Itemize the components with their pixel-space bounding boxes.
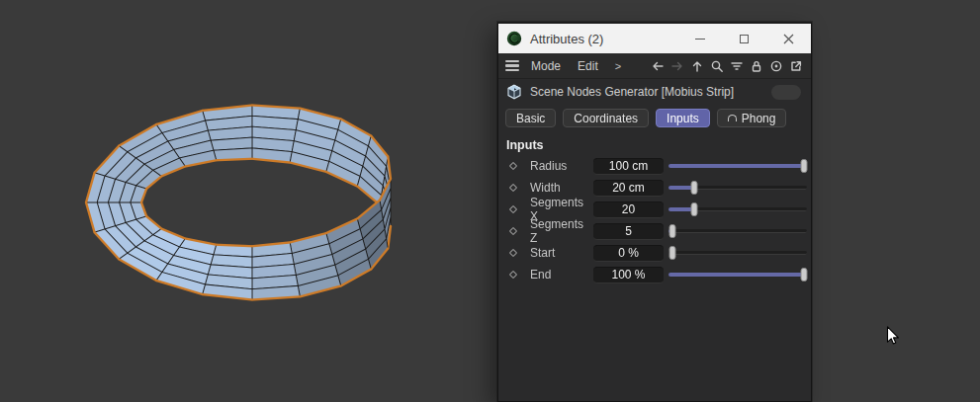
tab-bar: BasicCoordinatesInputsPhong	[498, 105, 811, 129]
app-icon	[506, 31, 522, 46]
slider-track[interactable]	[668, 251, 807, 255]
param-slider[interactable]	[668, 201, 807, 217]
parameter-list: Radius100 cmWidth20 cmSegments X20Segmen…	[498, 155, 811, 285]
tab-label: Coordinates	[574, 112, 638, 125]
menu-edit[interactable]: Edit	[578, 59, 598, 73]
param-row-end: End100 %	[498, 264, 811, 285]
hamburger-menu-icon[interactable]	[505, 60, 519, 72]
slider-fill	[668, 273, 805, 277]
slider-knob[interactable]	[800, 159, 807, 173]
node-enable-toggle[interactable]	[771, 85, 801, 100]
lock-icon[interactable]	[748, 57, 764, 75]
node-title: Scene Nodes Generator [Mobius Strip]	[530, 85, 771, 99]
param-slider[interactable]	[668, 223, 807, 239]
desktop: Attributes (2) Mode Edit > Sc	[0, 0, 980, 402]
window-controls	[677, 24, 811, 53]
attribute-toolbar: Mode Edit >	[498, 53, 811, 79]
nav-icon-group	[649, 57, 804, 75]
param-label: Width	[530, 181, 593, 195]
slider-knob[interactable]	[690, 181, 697, 195]
section-title: Inputs	[498, 129, 811, 155]
slider-knob[interactable]	[690, 202, 697, 216]
animate-diamond-icon[interactable]	[509, 249, 517, 257]
param-row-radius: Radius100 cm	[498, 155, 811, 177]
slider-fill	[668, 164, 805, 168]
param-value-field[interactable]: 5	[593, 223, 664, 240]
param-label: Segments Z	[530, 217, 593, 245]
param-slider[interactable]	[668, 267, 807, 282]
param-value-field[interactable]: 0 %	[593, 245, 664, 262]
filter-icon[interactable]	[728, 57, 745, 75]
tab-label: Phong	[742, 112, 776, 125]
param-label: Start	[530, 246, 593, 260]
generator-cube-icon	[506, 84, 522, 100]
mouse-cursor-icon	[886, 326, 901, 348]
maximize-icon[interactable]	[722, 24, 766, 53]
tab-basic[interactable]: Basic	[505, 109, 556, 127]
animate-diamond-icon[interactable]	[509, 205, 517, 213]
target-icon[interactable]	[767, 57, 784, 75]
window-titlebar[interactable]: Attributes (2)	[498, 24, 811, 53]
param-row-start: Start0 %	[498, 242, 811, 264]
search-icon[interactable]	[708, 57, 725, 75]
param-value-field[interactable]: 20 cm	[593, 180, 664, 197]
param-label: Radius	[530, 159, 593, 173]
window-title: Attributes (2)	[530, 32, 677, 46]
menu-mode[interactable]: Mode	[531, 59, 561, 73]
up-icon[interactable]	[688, 57, 705, 75]
param-value-field[interactable]: 100 cm	[593, 158, 664, 175]
param-slider[interactable]	[668, 245, 807, 261]
param-value-field[interactable]: 100 %	[593, 267, 664, 283]
slider-knob[interactable]	[800, 268, 807, 281]
animate-diamond-icon[interactable]	[509, 184, 517, 192]
tab-phong[interactable]: Phong	[717, 109, 787, 127]
param-row-segments-z: Segments Z5	[498, 220, 811, 242]
phong-icon	[728, 115, 737, 121]
param-value-field[interactable]: 20	[593, 201, 664, 218]
node-header[interactable]: Scene Nodes Generator [Mobius Strip]	[498, 79, 811, 105]
back-icon[interactable]	[649, 57, 666, 75]
close-icon[interactable]	[766, 24, 811, 53]
slider-knob[interactable]	[668, 246, 675, 260]
param-label: End	[530, 268, 593, 281]
param-slider[interactable]	[668, 158, 807, 174]
slider-track[interactable]	[668, 229, 807, 233]
attributes-window[interactable]: Attributes (2) Mode Edit > Sc	[497, 22, 812, 402]
minimize-icon[interactable]	[677, 24, 722, 53]
animate-diamond-icon[interactable]	[509, 271, 517, 279]
animate-diamond-icon[interactable]	[509, 227, 517, 235]
tab-inputs[interactable]: Inputs	[656, 109, 710, 127]
3d-viewport[interactable]	[0, 0, 494, 402]
forward-icon[interactable]	[668, 57, 685, 75]
tab-coordinates[interactable]: Coordinates	[563, 109, 649, 127]
slider-knob[interactable]	[669, 224, 676, 238]
popout-icon[interactable]	[787, 57, 804, 75]
menu-overflow-chevron-icon[interactable]: >	[615, 60, 621, 72]
tab-label: Inputs	[667, 112, 699, 125]
animate-diamond-icon[interactable]	[509, 162, 517, 170]
tab-label: Basic	[516, 112, 545, 125]
param-slider[interactable]	[668, 180, 807, 196]
